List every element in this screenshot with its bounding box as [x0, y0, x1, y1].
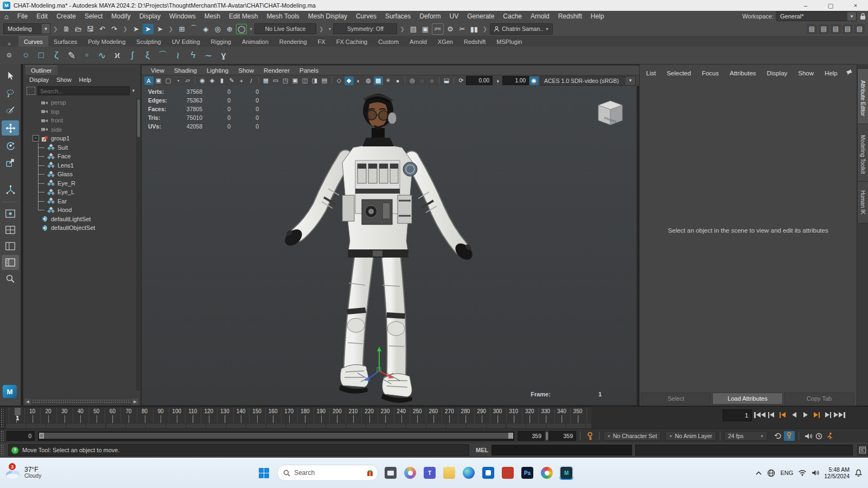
snap-to-curve-icon[interactable]: ⌒ — [188, 24, 199, 34]
channel-box-toggle-icon[interactable]: ▤ — [831, 24, 841, 34]
save-scene-icon[interactable]: 🖫 — [85, 24, 95, 34]
outliner-item-glass[interactable]: Glass — [23, 170, 132, 179]
current-frame-field[interactable]: 1 — [723, 409, 752, 421]
outliner-item-suit[interactable]: Suit — [23, 143, 132, 152]
snap-align-tool-icon[interactable] — [2, 182, 19, 197]
sculpt-toggle-icon[interactable]: ▤ — [807, 24, 817, 34]
layout-four-pane-icon[interactable] — [2, 222, 19, 237]
shelf-tab-arnold[interactable]: Arnold — [404, 37, 432, 47]
use-all-lights-icon[interactable]: ◍ — [364, 76, 373, 85]
auto-keyframe-toggle-icon[interactable] — [784, 431, 795, 441]
range-start-handle[interactable]: 0 — [39, 433, 44, 439]
mel-command-input[interactable] — [492, 445, 632, 455]
colorspace-select[interactable]: ACES 1.0 SDR-video (sRGB)▼ — [540, 76, 636, 86]
symmetry-field[interactable]: Symmetry: Off — [333, 23, 397, 34]
menu-item-help[interactable]: Help — [586, 11, 609, 22]
shelf-tab-redshift[interactable]: Redshift — [458, 37, 491, 47]
gamma-field[interactable]: 1.00 — [502, 76, 529, 85]
range-splitter[interactable] — [546, 432, 548, 440]
scale-tool-icon[interactable] — [2, 155, 19, 170]
shelf-menu-icon[interactable]: ≡ — [0, 41, 18, 47]
shaded-icon[interactable]: ◆ — [344, 76, 354, 85]
taskbar-search[interactable]: Search — [277, 465, 378, 481]
copilot-icon[interactable] — [403, 466, 417, 480]
shelf-tab-sculpting[interactable]: Sculpting — [131, 37, 166, 47]
shelf-tab-fx[interactable]: FX — [312, 37, 331, 47]
menu-item-mesh-display[interactable]: Mesh Display — [304, 11, 352, 22]
teams-icon[interactable]: T — [423, 466, 437, 480]
outliner-item-persp[interactable]: persp — [23, 98, 132, 107]
step-back-one-frame-button[interactable] — [765, 409, 777, 421]
pen-icon[interactable]: / — [247, 76, 256, 85]
playback-loop-icon[interactable] — [773, 431, 784, 441]
shelf-tab-rendering[interactable]: Rendering — [274, 37, 312, 47]
fps-select[interactable]: 24 fps ▼ — [724, 431, 768, 441]
outliner-item-side[interactable]: side — [23, 125, 132, 134]
playback-end-field[interactable]: 359 — [518, 431, 545, 441]
detach-curves-icon[interactable]: ≀ — [170, 48, 186, 62]
filter-icon[interactable] — [27, 87, 35, 95]
language-indicator[interactable]: ENG — [780, 470, 793, 476]
zoom-tool-icon[interactable] — [2, 271, 19, 286]
rebuild-curve-icon[interactable]: ɣ — [216, 48, 231, 62]
set-key-icon[interactable] — [584, 431, 595, 441]
open-scene-icon[interactable]: 🗁 — [73, 24, 84, 34]
outlook-icon[interactable] — [481, 466, 495, 480]
viewport-menu-panels[interactable]: Panels — [295, 65, 323, 76]
chevron-down-icon[interactable]: ▼ — [130, 88, 137, 93]
menu-item-generate[interactable]: Generate — [463, 11, 499, 22]
image-plane-icon[interactable]: ▱ — [183, 76, 193, 85]
screen-space-ao-icon[interactable]: ◎ — [408, 76, 417, 85]
grease-pencil-icon[interactable]: ✎ — [227, 76, 237, 85]
animation-end-field[interactable]: 359 — [549, 431, 576, 441]
layout-single-pane-icon[interactable] — [2, 206, 19, 221]
play-forwards-button[interactable] — [800, 409, 811, 421]
select-tool-icon[interactable] — [2, 68, 19, 84]
outliner-item-top[interactable]: top — [23, 107, 132, 117]
anti-alias-icon[interactable]: ○ — [427, 76, 437, 85]
menu-item-cache[interactable]: Cache — [499, 11, 526, 22]
minimize-button[interactable]: – — [793, 0, 818, 11]
viewport-canvas[interactable]: Verts:3756800Edges:7536300Faces:3780500T… — [142, 86, 636, 405]
drag-handle[interactable] — [1, 431, 4, 441]
menu-item-modify[interactable]: Modify — [107, 11, 135, 22]
shelf-tab-curves[interactable]: Curves — [18, 36, 48, 47]
snap-to-grid-icon[interactable]: ⊞ — [176, 24, 187, 34]
add-points-tool-icon[interactable]: ʃ — [125, 48, 140, 62]
range-end-handle[interactable] — [508, 433, 513, 439]
chrome-icon[interactable] — [540, 466, 554, 480]
maya-app-icon[interactable]: M — [559, 466, 573, 480]
menu-item-mesh-tools[interactable]: Mesh Tools — [262, 11, 303, 22]
side-tab-modeling-toolkit[interactable]: Modeling Toolkit — [857, 124, 868, 185]
play-backwards-button[interactable] — [788, 409, 800, 421]
pin-icon[interactable] — [846, 68, 853, 76]
start-button[interactable] — [258, 467, 270, 479]
live-surface-field[interactable]: No Live Surface — [254, 23, 316, 34]
chevron-up-icon[interactable] — [755, 471, 762, 476]
bookmark-icon[interactable]: ◔ — [174, 76, 183, 85]
exposure-field[interactable]: 0.00 — [466, 76, 493, 85]
shelf-tab-uv-editing[interactable]: UV Editing — [167, 37, 206, 47]
step-back-one-key-button[interactable] — [777, 409, 788, 421]
outliner-item-lens1[interactable]: Lens1 — [23, 161, 132, 170]
outliner-horizontal-scrollbar[interactable]: ◀ ▶ — [24, 399, 138, 404]
layout-two-pane-icon[interactable] — [2, 239, 19, 254]
viewport-menu-show[interactable]: Show — [233, 65, 259, 76]
outliner-item-front[interactable]: front — [23, 116, 132, 125]
shelf-tab-surfaces[interactable]: Surfaces — [48, 37, 82, 47]
outliner-item-defaultobjectset[interactable]: defaultObjectSet — [23, 223, 132, 233]
menu-set-select[interactable]: Modeling ▼ — [3, 23, 50, 34]
humanik-toggle-icon[interactable]: ▤ — [819, 24, 829, 34]
chevron-down-icon[interactable]: ▼ — [249, 27, 253, 31]
shelf-tab-animation[interactable]: Animation — [237, 37, 274, 47]
menu-item-edit-mesh[interactable]: Edit Mesh — [225, 11, 262, 22]
extend-curve-icon[interactable]: ∼ — [201, 48, 216, 62]
render-current-frame-icon[interactable]: ▣ — [420, 24, 431, 34]
viewport-menu-renderer[interactable]: Renderer — [259, 65, 295, 76]
film-gate-icon[interactable]: ▭ — [271, 76, 280, 85]
animation-start-field[interactable]: 0 — [7, 431, 35, 441]
nurbs-square-icon[interactable]: □ — [34, 48, 49, 62]
textured-shaded-icon[interactable]: ▩ — [374, 76, 383, 85]
camera-attributes-icon[interactable]: ▢ — [164, 76, 173, 85]
taskbar-app-dark-icon[interactable] — [384, 466, 398, 480]
